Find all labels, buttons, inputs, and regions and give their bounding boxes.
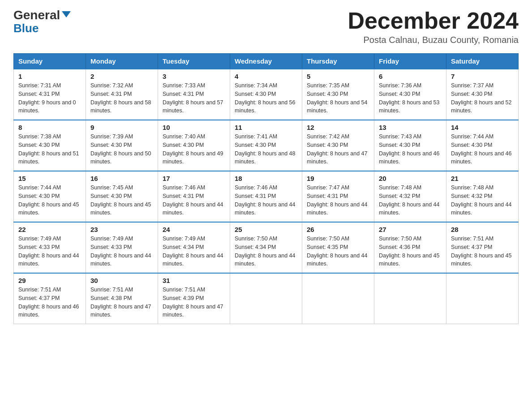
calendar-cell: 19 Sunrise: 7:47 AMSunset: 4:31 PMDaylig…: [302, 171, 374, 222]
day-info: Sunrise: 7:51 AMSunset: 4:38 PMDaylight:…: [90, 287, 151, 318]
day-info: Sunrise: 7:51 AMSunset: 4:37 PMDaylight:…: [451, 235, 512, 267]
day-number: 2: [90, 73, 153, 80]
day-info: Sunrise: 7:36 AMSunset: 4:30 PMDaylight:…: [379, 82, 440, 114]
calendar-cell: 16 Sunrise: 7:45 AMSunset: 4:30 PMDaylig…: [86, 171, 158, 222]
day-info: Sunrise: 7:37 AMSunset: 4:30 PMDaylight:…: [451, 82, 512, 114]
calendar-cell: [302, 273, 374, 324]
day-info: Sunrise: 7:48 AMSunset: 4:32 PMDaylight:…: [379, 184, 440, 216]
day-number: 8: [18, 124, 81, 131]
calendar-cell: 18 Sunrise: 7:46 AMSunset: 4:31 PMDaylig…: [230, 171, 302, 222]
day-info: Sunrise: 7:49 AMSunset: 4:33 PMDaylight:…: [18, 235, 79, 267]
day-number: 20: [379, 175, 442, 182]
calendar-cell: 6 Sunrise: 7:36 AMSunset: 4:30 PMDayligh…: [374, 69, 446, 120]
calendar-week-row: 15 Sunrise: 7:44 AMSunset: 4:30 PMDaylig…: [14, 171, 519, 222]
calendar-header-row: SundayMondayTuesdayWednesdayThursdayFrid…: [14, 54, 519, 69]
day-number: 31: [163, 277, 225, 284]
logo-blue-text: Blue: [13, 22, 39, 34]
day-number: 13: [379, 124, 442, 131]
day-number: 28: [451, 226, 514, 233]
day-info: Sunrise: 7:49 AMSunset: 4:34 PMDaylight:…: [163, 235, 223, 267]
day-number: 3: [163, 73, 225, 80]
col-header-thursday: Thursday: [302, 54, 374, 69]
col-header-wednesday: Wednesday: [230, 54, 302, 69]
calendar-cell: 27 Sunrise: 7:50 AMSunset: 4:36 PMDaylig…: [374, 222, 446, 273]
calendar-week-row: 29 Sunrise: 7:51 AMSunset: 4:37 PMDaylig…: [14, 273, 519, 324]
calendar-cell: 28 Sunrise: 7:51 AMSunset: 4:37 PMDaylig…: [446, 222, 519, 273]
day-info: Sunrise: 7:41 AMSunset: 4:30 PMDaylight:…: [235, 133, 296, 165]
day-info: Sunrise: 7:34 AMSunset: 4:30 PMDaylight:…: [235, 82, 296, 114]
day-number: 24: [163, 226, 225, 233]
day-info: Sunrise: 7:44 AMSunset: 4:30 PMDaylight:…: [451, 133, 512, 165]
day-info: Sunrise: 7:49 AMSunset: 4:33 PMDaylight:…: [90, 235, 151, 267]
logo-general-text: General: [13, 9, 71, 21]
day-number: 9: [90, 124, 153, 131]
calendar-cell: 26 Sunrise: 7:50 AMSunset: 4:35 PMDaylig…: [302, 222, 374, 273]
day-number: 7: [451, 73, 514, 80]
day-number: 14: [451, 124, 514, 131]
day-info: Sunrise: 7:50 AMSunset: 4:35 PMDaylight:…: [307, 235, 368, 267]
calendar-week-row: 8 Sunrise: 7:38 AMSunset: 4:30 PMDayligh…: [14, 120, 519, 171]
day-info: Sunrise: 7:51 AMSunset: 4:37 PMDaylight:…: [18, 287, 79, 318]
calendar-cell: 24 Sunrise: 7:49 AMSunset: 4:34 PMDaylig…: [158, 222, 230, 273]
calendar-cell: 7 Sunrise: 7:37 AMSunset: 4:30 PMDayligh…: [446, 69, 519, 120]
day-number: 25: [235, 226, 297, 233]
day-number: 10: [163, 124, 225, 131]
calendar-cell: 13 Sunrise: 7:43 AMSunset: 4:30 PMDaylig…: [374, 120, 446, 171]
day-info: Sunrise: 7:47 AMSunset: 4:31 PMDaylight:…: [307, 184, 368, 216]
day-number: 21: [451, 175, 514, 182]
col-header-sunday: Sunday: [14, 54, 86, 69]
day-number: 15: [18, 175, 81, 182]
calendar-cell: 17 Sunrise: 7:46 AMSunset: 4:31 PMDaylig…: [158, 171, 230, 222]
day-info: Sunrise: 7:51 AMSunset: 4:39 PMDaylight:…: [163, 287, 223, 318]
day-number: 23: [90, 226, 153, 233]
day-number: 17: [163, 175, 225, 182]
day-number: 22: [18, 226, 81, 233]
day-number: 19: [307, 175, 369, 182]
day-number: 16: [90, 175, 153, 182]
calendar-cell: 10 Sunrise: 7:40 AMSunset: 4:30 PMDaylig…: [158, 120, 230, 171]
day-info: Sunrise: 7:44 AMSunset: 4:30 PMDaylight:…: [18, 184, 79, 216]
day-number: 30: [90, 277, 153, 284]
calendar-cell: 31 Sunrise: 7:51 AMSunset: 4:39 PMDaylig…: [158, 273, 230, 324]
calendar-cell: 25 Sunrise: 7:50 AMSunset: 4:34 PMDaylig…: [230, 222, 302, 273]
day-number: 12: [307, 124, 369, 131]
col-header-saturday: Saturday: [446, 54, 519, 69]
col-header-monday: Monday: [86, 54, 158, 69]
day-number: 6: [379, 73, 442, 80]
calendar-cell: 21 Sunrise: 7:48 AMSunset: 4:32 PMDaylig…: [446, 171, 519, 222]
page-header: General Blue December 2024 Posta Calnau,…: [13, 9, 519, 45]
calendar-cell: 20 Sunrise: 7:48 AMSunset: 4:32 PMDaylig…: [374, 171, 446, 222]
calendar-cell: 29 Sunrise: 7:51 AMSunset: 4:37 PMDaylig…: [14, 273, 86, 324]
calendar-cell: 22 Sunrise: 7:49 AMSunset: 4:33 PMDaylig…: [14, 222, 86, 273]
calendar-cell: 9 Sunrise: 7:39 AMSunset: 4:30 PMDayligh…: [86, 120, 158, 171]
calendar-cell: 8 Sunrise: 7:38 AMSunset: 4:30 PMDayligh…: [14, 120, 86, 171]
calendar-cell: 11 Sunrise: 7:41 AMSunset: 4:30 PMDaylig…: [230, 120, 302, 171]
logo: General Blue: [13, 9, 71, 34]
day-number: 1: [18, 73, 81, 80]
location-subtitle: Posta Calnau, Buzau County, Romania: [348, 35, 519, 45]
col-header-friday: Friday: [374, 54, 446, 69]
calendar-week-row: 1 Sunrise: 7:31 AMSunset: 4:31 PMDayligh…: [14, 69, 519, 120]
day-info: Sunrise: 7:35 AMSunset: 4:30 PMDaylight:…: [307, 82, 368, 114]
day-info: Sunrise: 7:45 AMSunset: 4:30 PMDaylight:…: [90, 184, 151, 216]
day-info: Sunrise: 7:31 AMSunset: 4:31 PMDaylight:…: [18, 82, 76, 114]
calendar-cell: 15 Sunrise: 7:44 AMSunset: 4:30 PMDaylig…: [14, 171, 86, 222]
calendar-cell: 12 Sunrise: 7:42 AMSunset: 4:30 PMDaylig…: [302, 120, 374, 171]
col-header-tuesday: Tuesday: [158, 54, 230, 69]
day-number: 27: [379, 226, 442, 233]
day-number: 26: [307, 226, 369, 233]
calendar-cell: 5 Sunrise: 7:35 AMSunset: 4:30 PMDayligh…: [302, 69, 374, 120]
title-block: December 2024 Posta Calnau, Buzau County…: [348, 9, 519, 45]
day-number: 29: [18, 277, 81, 284]
day-info: Sunrise: 7:39 AMSunset: 4:30 PMDaylight:…: [90, 133, 151, 165]
calendar-cell: 3 Sunrise: 7:33 AMSunset: 4:31 PMDayligh…: [158, 69, 230, 120]
calendar-cell: 14 Sunrise: 7:44 AMSunset: 4:30 PMDaylig…: [446, 120, 519, 171]
calendar-cell: 30 Sunrise: 7:51 AMSunset: 4:38 PMDaylig…: [86, 273, 158, 324]
calendar-cell: 23 Sunrise: 7:49 AMSunset: 4:33 PMDaylig…: [86, 222, 158, 273]
day-info: Sunrise: 7:50 AMSunset: 4:34 PMDaylight:…: [235, 235, 296, 267]
day-number: 4: [235, 73, 297, 80]
calendar-cell: [374, 273, 446, 324]
calendar-cell: [230, 273, 302, 324]
calendar-cell: [446, 273, 519, 324]
day-info: Sunrise: 7:46 AMSunset: 4:31 PMDaylight:…: [235, 184, 296, 216]
